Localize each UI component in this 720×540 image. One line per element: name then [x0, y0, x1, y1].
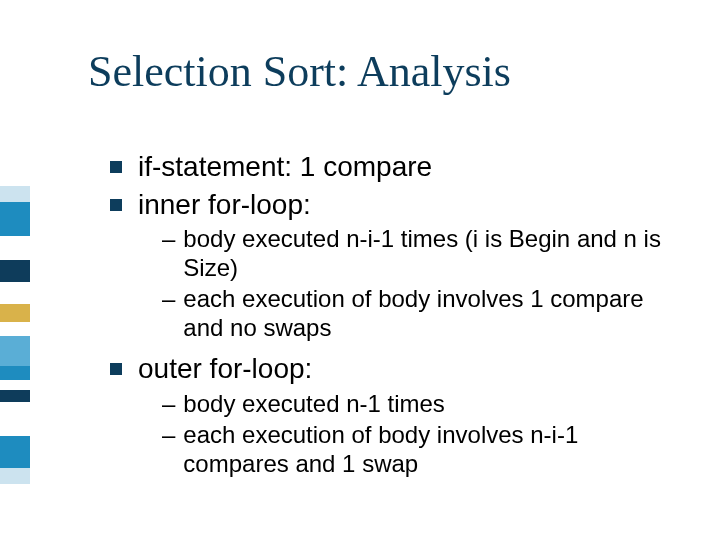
sidebar-band	[0, 380, 30, 390]
sidebar-band	[0, 282, 30, 304]
sub-bullet-text: body executed n-i-1 times (i is Begin an…	[183, 225, 680, 283]
bullet-item: outer for-loop:	[110, 352, 680, 386]
sidebar-band	[0, 236, 30, 260]
sub-bullet-item: – each execution of body involves n-i-1 …	[162, 421, 680, 479]
sidebar-band	[0, 436, 30, 468]
sidebar-band	[0, 366, 30, 380]
bullet-text: inner for-loop:	[138, 188, 311, 222]
bullet-item: inner for-loop:	[110, 188, 680, 222]
sidebar-band	[0, 322, 30, 336]
decorative-sidebar	[0, 186, 30, 484]
square-bullet-icon	[110, 363, 122, 375]
sub-bullet-item: – body executed n-i-1 times (i is Begin …	[162, 225, 680, 283]
sidebar-band	[0, 402, 30, 436]
slide-body: if-statement: 1 compare inner for-loop: …	[110, 150, 680, 488]
dash-bullet-icon: –	[162, 225, 175, 254]
sidebar-band	[0, 202, 30, 236]
sidebar-band	[0, 186, 30, 202]
sidebar-band	[0, 390, 30, 402]
bullet-text: outer for-loop:	[138, 352, 312, 386]
sub-bullet-text: each execution of body involves 1 compar…	[183, 285, 680, 343]
sub-bullet-text: each execution of body involves n-i-1 co…	[183, 421, 680, 479]
sidebar-band	[0, 468, 30, 484]
sub-bullet-item: – each execution of body involves 1 comp…	[162, 285, 680, 343]
slide: Selection Sort: Analysis if-statement: 1…	[0, 0, 720, 540]
sidebar-band	[0, 260, 30, 282]
dash-bullet-icon: –	[162, 421, 175, 450]
sub-bullet-text: body executed n-1 times	[183, 390, 444, 419]
sub-bullet-item: – body executed n-1 times	[162, 390, 680, 419]
bullet-text: if-statement: 1 compare	[138, 150, 432, 184]
slide-title: Selection Sort: Analysis	[88, 46, 511, 97]
dash-bullet-icon: –	[162, 390, 175, 419]
sidebar-band	[0, 336, 30, 366]
square-bullet-icon	[110, 199, 122, 211]
sub-bullet-group: – body executed n-1 times – each executi…	[162, 390, 680, 478]
sub-bullet-group: – body executed n-i-1 times (i is Begin …	[162, 225, 680, 342]
sidebar-band	[0, 304, 30, 322]
dash-bullet-icon: –	[162, 285, 175, 314]
square-bullet-icon	[110, 161, 122, 173]
bullet-item: if-statement: 1 compare	[110, 150, 680, 184]
